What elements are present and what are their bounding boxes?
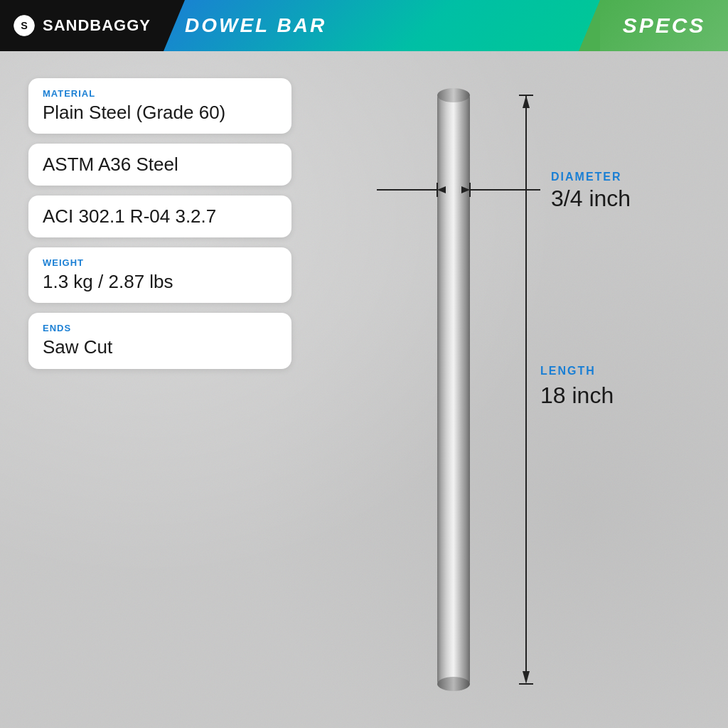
astm-card: ASTM A36 Steel: [28, 144, 291, 186]
specs-label: SPECS: [623, 14, 706, 38]
material-card: MATERIAL Plain Steel (Grade 60): [28, 78, 291, 134]
material-value: Plain Steel (Grade 60): [43, 102, 277, 124]
aci-value: ACI 302.1 R-04 3.2.7: [43, 205, 277, 228]
svg-text:S: S: [21, 20, 28, 31]
specs-badge: SPECS: [600, 0, 728, 51]
weight-value: 1.3 kg / 2.87 lbs: [43, 271, 277, 293]
aci-card: ACI 302.1 R-04 3.2.7: [28, 196, 291, 237]
astm-value: ASTM A36 Steel: [43, 154, 277, 176]
header-divider-right: [579, 0, 600, 51]
header-divider-left: [164, 0, 185, 51]
logo-area: S sandbaggy: [0, 0, 164, 51]
brand-name: sandbaggy: [43, 16, 151, 35]
product-title: DOWEL BAR: [185, 14, 326, 37]
ends-value: Saw Cut: [43, 336, 277, 358]
ends-label: ENDS: [43, 323, 277, 333]
specs-panel: MATERIAL Plain Steel (Grade 60) ASTM A36…: [28, 78, 291, 369]
weight-label: WEIGHT: [43, 257, 277, 268]
sandbaggy-logo-icon: S: [13, 12, 36, 39]
weight-card: WEIGHT 1.3 kg / 2.87 lbs: [28, 247, 291, 303]
header: S sandbaggy DOWEL BAR SPECS: [0, 0, 728, 51]
material-label: MATERIAL: [43, 88, 277, 99]
ends-card: ENDS Saw Cut: [28, 313, 291, 368]
header-title-area: DOWEL BAR: [164, 0, 600, 51]
